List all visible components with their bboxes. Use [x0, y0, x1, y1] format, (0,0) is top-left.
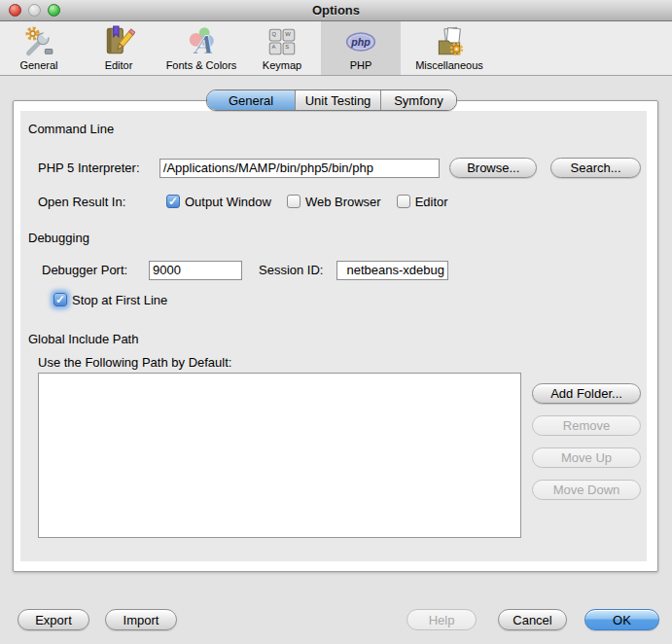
- export-button[interactable]: Export: [18, 609, 89, 630]
- debugger-port-input[interactable]: [149, 261, 242, 280]
- toolbar-label: PHP: [350, 59, 372, 71]
- import-button[interactable]: Import: [105, 609, 177, 630]
- output-window-checkbox[interactable]: ✓: [166, 195, 180, 208]
- php-general-panel: Command Line PHP 5 Interpreter: Browse..…: [20, 111, 647, 561]
- check-icon: ✓: [168, 196, 178, 207]
- stop-first-line-row: ✓ Stop at First Line: [53, 292, 167, 307]
- add-folder-button[interactable]: Add Folder...: [532, 383, 641, 404]
- minimize-button[interactable]: [28, 4, 41, 17]
- section-title-global-include-path: Global Include Path: [28, 332, 138, 346]
- web-browser-label: Web Browser: [305, 195, 381, 209]
- category-toolbar: General Editor A Fonts & Colors: [0, 21, 672, 76]
- options-panel: Command Line PHP 5 Interpreter: Browse..…: [13, 100, 658, 572]
- tab-general[interactable]: General: [207, 90, 295, 110]
- tab-label: Unit Testing: [305, 93, 371, 108]
- svg-text:Q: Q: [271, 31, 276, 37]
- stop-first-line-label: Stop at First Line: [72, 293, 167, 307]
- php-tabs: General Unit Testing Symfony: [206, 89, 457, 111]
- section-title-command-line: Command Line: [28, 122, 114, 136]
- gears-wrench-icon: [22, 25, 55, 58]
- tab-unit-testing[interactable]: Unit Testing: [295, 90, 380, 110]
- editor-checkbox[interactable]: ✓: [397, 195, 410, 208]
- svg-text:php: php: [350, 36, 371, 48]
- toolbar-label: Miscellaneous: [415, 59, 483, 71]
- section-title-debugging: Debugging: [28, 231, 89, 245]
- toolbar-item-keymap[interactable]: QW AS Keymap: [243, 21, 321, 75]
- output-window-label: Output Window: [185, 195, 271, 209]
- move-down-button[interactable]: Move Down: [532, 480, 641, 500]
- tab-label: Symfony: [394, 93, 443, 108]
- session-id-input[interactable]: netbeans-xdebug: [336, 261, 448, 280]
- options-dialog: { "window": { "title": "Options" }, "col…: [0, 0, 672, 644]
- remove-button[interactable]: Remove: [532, 415, 641, 436]
- toolbar-item-general[interactable]: General: [0, 21, 78, 75]
- include-path-list[interactable]: [38, 373, 521, 538]
- book-pencil-icon: [102, 25, 135, 58]
- tab-label: General: [229, 93, 273, 108]
- open-result-label: Open Result In:: [38, 195, 166, 209]
- toolbar-label: Fonts & Colors: [166, 59, 237, 71]
- debugger-row: Debugger Port: Session ID: netbeans-xdeb…: [42, 260, 448, 280]
- keyboard-keys-icon: QW AS: [265, 25, 299, 58]
- open-result-row: Open Result In: ✓ Output Window ✓ Web Br…: [38, 194, 448, 209]
- zoom-button[interactable]: [48, 4, 60, 17]
- check-icon: ✓: [55, 294, 65, 305]
- toolbar-label: General: [19, 59, 57, 71]
- folder-gear-icon: [433, 25, 466, 58]
- browse-button[interactable]: Browse...: [449, 158, 537, 178]
- search-button[interactable]: Search...: [550, 158, 641, 178]
- ok-button[interactable]: OK: [584, 609, 659, 630]
- toolbar-item-miscellaneous[interactable]: Miscellaneous: [401, 21, 498, 75]
- toolbar-item-editor[interactable]: Editor: [78, 21, 159, 75]
- editor-label: Editor: [415, 195, 448, 209]
- session-id-label: Session ID:: [259, 263, 336, 277]
- debugger-port-label: Debugger Port:: [42, 263, 149, 277]
- cancel-button[interactable]: Cancel: [498, 609, 567, 630]
- letter-a-colors-icon: A: [185, 25, 218, 58]
- use-path-label: Use the Following Path by Default:: [38, 355, 231, 370]
- php-logo-icon: php: [344, 25, 377, 58]
- toolbar-label: Keymap: [263, 59, 301, 71]
- help-button[interactable]: Help: [407, 609, 477, 630]
- move-up-button[interactable]: Move Up: [532, 447, 641, 468]
- stop-first-line-checkbox[interactable]: ✓: [53, 293, 67, 306]
- svg-text:A: A: [192, 30, 213, 58]
- toolbar-item-php[interactable]: php PHP: [321, 21, 401, 75]
- toolbar-item-fonts-colors[interactable]: A Fonts & Colors: [159, 21, 243, 75]
- svg-text:A: A: [271, 44, 275, 50]
- svg-text:S: S: [285, 44, 289, 50]
- interpreter-row: PHP 5 Interpreter: Browse... Search...: [38, 158, 641, 178]
- titlebar: Options: [0, 0, 672, 21]
- interpreter-input[interactable]: [159, 159, 441, 178]
- tab-symfony[interactable]: Symfony: [380, 90, 456, 110]
- traffic-lights: [9, 4, 60, 17]
- close-button[interactable]: [9, 4, 21, 17]
- web-browser-checkbox[interactable]: ✓: [287, 195, 301, 208]
- svg-text:W: W: [285, 31, 291, 37]
- window-title: Options: [0, 0, 672, 20]
- interpreter-label: PHP 5 Interpreter:: [38, 161, 159, 175]
- toolbar-label: Editor: [105, 59, 133, 71]
